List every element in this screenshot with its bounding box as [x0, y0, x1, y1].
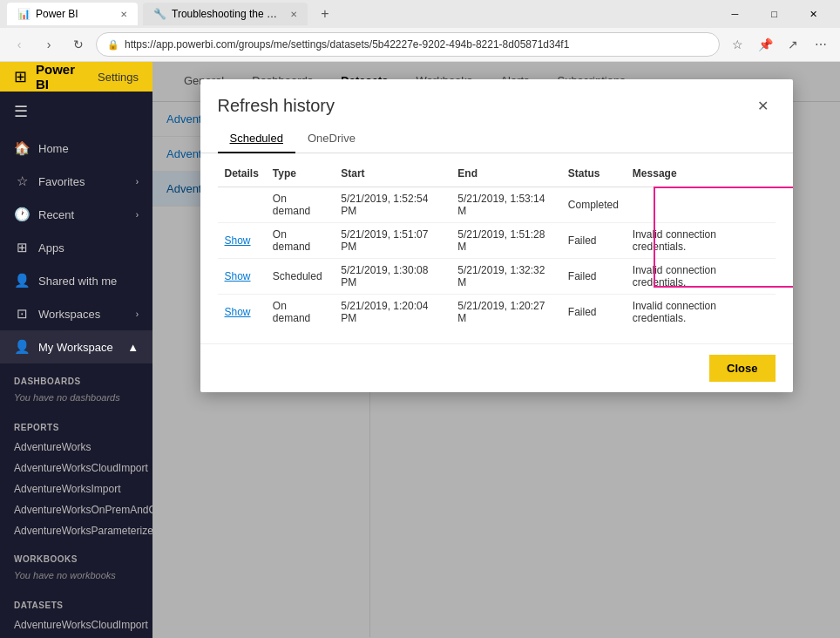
- waffle-icon[interactable]: ⊞: [14, 67, 27, 86]
- workspaces-icon: ⊡: [14, 306, 30, 322]
- new-tab-btn[interactable]: +: [313, 2, 337, 26]
- row1-details[interactable]: Show: [218, 223, 266, 259]
- tab2-label: Troubleshooting the On-pre: [172, 8, 285, 20]
- favorites-btn[interactable]: ☆: [725, 32, 749, 57]
- tab-close-btn[interactable]: ✕: [120, 10, 127, 19]
- modal-close-button[interactable]: Close: [709, 355, 775, 382]
- tab-favicon: 📊: [17, 8, 30, 20]
- workbooks-label: WORKBOOKS: [14, 554, 78, 564]
- col-start: Start: [334, 160, 450, 187]
- row2-type: Scheduled: [266, 259, 334, 295]
- shared-label: Shared with me: [38, 275, 117, 288]
- sidebar-item-my-workspace[interactable]: 👤 My Workspace ▲: [0, 330, 152, 363]
- reports-section-header: REPORTS: [0, 410, 152, 437]
- row0-message: [626, 187, 776, 223]
- datasets-label: DATASETS: [14, 601, 63, 610]
- minimize-btn[interactable]: ─: [715, 0, 755, 28]
- modal-body: Details Type Start End Status Message: [200, 160, 793, 343]
- row3-status: Failed: [561, 295, 626, 330]
- sidebar-item-apps[interactable]: ⊞ Apps: [0, 231, 152, 264]
- modal-tab-onedrive[interactable]: OneDrive: [295, 125, 368, 153]
- tab-label: Power BI: [36, 8, 78, 20]
- report-item-2[interactable]: AdventureWorksImport: [0, 478, 152, 499]
- browser-titlebar: 📊 Power BI ✕ 🔧 Troubleshooting the On-pr…: [0, 0, 840, 28]
- pin-btn[interactable]: 📌: [753, 32, 777, 57]
- workspace-icon: 👤: [14, 339, 30, 355]
- dashboards-empty: You have no dashboards: [0, 390, 152, 410]
- settings-label: Settings: [98, 71, 139, 84]
- recent-label: Recent: [38, 208, 74, 221]
- recent-icon: 🕐: [14, 207, 30, 222]
- browser-controls: ‹ › ↻ 🔒 https://app.powerbi.com/groups/m…: [0, 28, 840, 61]
- sidebar-hamburger-btn[interactable]: ☰: [0, 92, 152, 132]
- tab2-close-btn[interactable]: ✕: [290, 10, 297, 19]
- table-header-row: Details Type Start End Status Message: [218, 160, 776, 187]
- history-table-wrapper: Details Type Start End Status Message: [218, 160, 776, 329]
- modal-header: Refresh history ✕: [200, 79, 793, 125]
- close-window-btn[interactable]: ✕: [794, 0, 833, 28]
- row1-type: On demand: [266, 223, 334, 259]
- row0-start: 5/21/2019, 1:52:54 PM: [334, 187, 450, 223]
- modal-tab-scheduled[interactable]: Scheduled: [218, 125, 295, 153]
- app-container: ⊞ Power BI Settings ☰ 🏠 Home ☆ Favorites…: [0, 62, 840, 638]
- row2-message: Invalid connection credentials.: [626, 259, 776, 295]
- modal-footer: Close: [200, 343, 793, 392]
- maximize-btn[interactable]: □: [755, 0, 794, 28]
- shared-icon: 👤: [14, 273, 30, 288]
- table-row-3: Show On demand 5/21/2019, 1:20:04 PM 5/2…: [218, 295, 776, 330]
- tab2-favicon: 🔧: [153, 8, 166, 20]
- row1-start: 5/21/2019, 1:51:07 PM: [334, 223, 450, 259]
- row1-end: 5/21/2019, 1:51:28 M: [450, 223, 560, 259]
- row2-start: 5/21/2019, 1:30:08 PM: [334, 259, 450, 295]
- apps-icon: ⊞: [14, 240, 30, 255]
- row0-end: 5/21/2019, 1:53:14 M: [450, 187, 560, 223]
- report-item-1[interactable]: AdventureWorksCloudImport: [0, 458, 152, 478]
- col-details: Details: [218, 160, 266, 187]
- table-row-0: On demand 5/21/2019, 1:52:54 PM 5/21/201…: [218, 187, 776, 223]
- forward-btn[interactable]: ›: [37, 32, 61, 57]
- report-item-3[interactable]: AdventureWorksOnPremAndC...: [0, 499, 152, 520]
- row3-message: Invalid connection credentials.: [626, 295, 776, 330]
- row2-details[interactable]: Show: [218, 259, 266, 295]
- row0-details: [218, 187, 266, 223]
- col-message: Message: [626, 160, 776, 187]
- report-item-0[interactable]: AdventureWorks: [0, 437, 152, 458]
- table-row-2: Show Scheduled 5/21/2019, 1:30:08 PM 5/2…: [218, 259, 776, 295]
- row3-start: 5/21/2019, 1:20:04 PM: [334, 295, 450, 330]
- sidebar-item-shared[interactable]: 👤 Shared with me: [0, 264, 152, 297]
- modal-close-btn[interactable]: ✕: [751, 93, 776, 118]
- sidebar-item-favorites[interactable]: ☆ Favorites ›: [0, 165, 152, 198]
- dashboards-section-header: DASHBOARDS: [0, 363, 152, 390]
- row3-end: 5/21/2019, 1:20:27 M: [450, 295, 560, 330]
- browser-tab-inactive[interactable]: 🔧 Troubleshooting the On-pre ✕: [143, 3, 308, 25]
- browser-tab-active[interactable]: 📊 Power BI ✕: [7, 3, 138, 25]
- sidebar-item-workspaces[interactable]: ⊡ Workspaces ›: [0, 297, 152, 330]
- url-text: https://app.powerbi.com/groups/me/settin…: [125, 38, 569, 51]
- row1-message: Invalid connection credentials.: [626, 223, 776, 259]
- favorites-label: Favorites: [38, 175, 85, 188]
- workspaces-label: Workspaces: [38, 308, 100, 321]
- dataset-item-0[interactable]: AdventureWorksCloudImport: [0, 614, 152, 635]
- favorites-chevron: ›: [136, 177, 139, 187]
- modal-overlay: Refresh history ✕ Scheduled OneDrive Det: [152, 62, 840, 638]
- sidebar-item-recent[interactable]: 🕐 Recent ›: [0, 198, 152, 231]
- address-bar[interactable]: 🔒 https://app.powerbi.com/groups/me/sett…: [96, 32, 720, 57]
- back-btn[interactable]: ‹: [7, 32, 31, 57]
- refresh-btn[interactable]: ↻: [66, 32, 91, 57]
- share-btn[interactable]: ↗: [781, 32, 805, 57]
- workbooks-empty: You have no workbooks: [0, 568, 152, 587]
- browser-chrome: 📊 Power BI ✕ 🔧 Troubleshooting the On-pr…: [0, 0, 840, 62]
- col-status: Status: [561, 160, 626, 187]
- browser-action-buttons: ☆ 📌 ↗ ⋯: [725, 32, 833, 57]
- settings-btn[interactable]: ⋯: [809, 32, 833, 57]
- row2-end: 5/21/2019, 1:32:32 M: [450, 259, 560, 295]
- sidebar-item-home[interactable]: 🏠 Home: [0, 132, 152, 165]
- recent-chevron: ›: [136, 210, 139, 220]
- col-end: End: [450, 160, 560, 187]
- report-item-4[interactable]: AdventureWorksParameterize...: [0, 520, 152, 541]
- sidebar: ⊞ Power BI Settings ☰ 🏠 Home ☆ Favorites…: [0, 62, 152, 638]
- workspace-label: My Workspace: [38, 341, 113, 354]
- datasets-section-header: DATASETS: [0, 587, 152, 614]
- table-row-1: Show On demand 5/21/2019, 1:51:07 PM 5/2…: [218, 223, 776, 259]
- row3-details[interactable]: Show: [218, 295, 266, 330]
